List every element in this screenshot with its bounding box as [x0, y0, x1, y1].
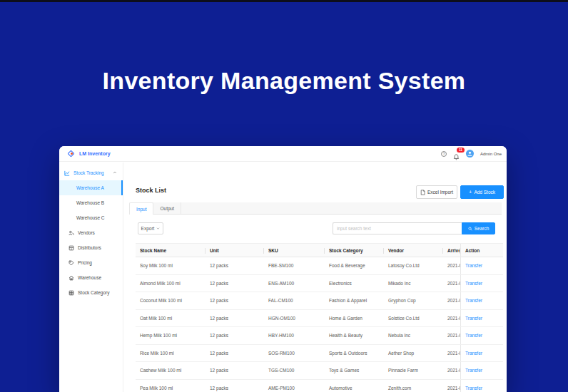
cell-arrived: 2021-0 [443, 345, 460, 362]
cell-action: Transfer [460, 345, 503, 362]
user-avatar[interactable] [466, 150, 474, 158]
cell-vendor: Pinnacle Farm [384, 362, 443, 379]
cell-arrived: 2021-0 [443, 275, 460, 292]
sidebar-item-pricing[interactable]: Pricing [59, 255, 123, 270]
cell-stock-name: Pea Milk 100 ml [136, 380, 206, 392]
table-row: Rice Milk 100 ml 12 packs SOS-RM100 Spor… [136, 345, 503, 363]
cell-arrived: 2021-0 [443, 380, 460, 392]
cell-stock-category: Health & Beauty [325, 327, 384, 344]
excel-import-button[interactable]: Excel Import [416, 185, 457, 199]
cell-sku: FBE-SM100 [264, 257, 325, 274]
cell-stock-name: Rice Milk 100 ml [136, 345, 206, 362]
cell-unit: 12 packs [206, 275, 264, 292]
chevron-up-icon [113, 170, 117, 175]
cell-stock-name: Oat Milk 100 ml [136, 310, 206, 327]
transfer-link[interactable]: Transfer [465, 298, 482, 303]
stock-table-body: Soy Milk 100 ml 12 packs FBE-SM100 Food … [136, 257, 503, 392]
cell-unit: 12 packs [206, 327, 264, 344]
transfer-link[interactable]: Transfer [465, 368, 482, 373]
top-edge-strip [0, 0, 568, 2]
cell-stock-name: Soy Milk 100 ml [136, 257, 206, 274]
notification-badge: 11 [457, 148, 465, 153]
cell-vendor: Zenith.com [384, 380, 443, 392]
sidebar-item-warehouse-c[interactable]: Warehouse C [59, 210, 123, 225]
brand-name: LM Inventory [79, 151, 111, 156]
cell-sku: AME-PM100 [264, 380, 325, 392]
app-header-bar: LM Inventory ? 11 Admin One [59, 146, 507, 162]
search-input[interactable] [333, 222, 462, 234]
cell-unit: 12 packs [206, 345, 264, 362]
sidebar-item-warehouse[interactable]: Warehouse [59, 270, 123, 285]
table-row: Soy Milk 100 ml 12 packs FBE-SM100 Food … [136, 257, 503, 275]
col-sku: SKU [264, 244, 325, 257]
transfer-link[interactable]: Transfer [465, 386, 482, 391]
cell-unit: 12 packs [206, 257, 264, 274]
tab-input[interactable]: Input [129, 202, 153, 215]
transfer-link[interactable]: Transfer [465, 333, 482, 338]
help-icon[interactable]: ? [441, 151, 447, 157]
cell-vendor: Mikado Inc [384, 275, 443, 292]
transfer-link[interactable]: Transfer [465, 351, 482, 356]
team-icon [69, 230, 74, 236]
sidebar-item-vendors[interactable]: Vendors [59, 225, 123, 240]
col-stock-name: Stock Name [136, 244, 206, 257]
cell-arrived: 2021-0 [443, 327, 460, 344]
cell-unit: 12 packs [206, 380, 264, 392]
cell-stock-category: Toys & Games [325, 362, 384, 379]
page-title: Inventory Management System [0, 67, 568, 95]
col-vendor: Vendor [384, 244, 443, 257]
transfer-link[interactable]: Transfer [465, 263, 482, 268]
cell-arrived: 2021-0 [443, 362, 460, 379]
search-button[interactable]: Search [462, 222, 495, 234]
file-icon [420, 190, 425, 195]
cell-unit: 12 packs [206, 362, 264, 379]
sidebar-item-distributors[interactable]: Distributors [59, 240, 123, 255]
sidebar-item-warehouse-b[interactable]: Warehouse B [59, 195, 123, 210]
cell-stock-name: Almond Milk 100 ml [136, 275, 206, 292]
table-row: Pea Milk 100 ml 12 packs AME-PM100 Autom… [136, 380, 503, 392]
col-unit: Unit [206, 244, 264, 257]
grid-icon [69, 290, 74, 296]
sidebar: Stock Tracking Warehouse A Warehouse B W… [59, 163, 123, 392]
database-icon [69, 245, 74, 251]
sidebar-item-stock-category[interactable]: Stock Category [59, 285, 123, 300]
table-row: Almond Milk 100 ml 12 packs ENS-AM100 El… [136, 275, 503, 293]
table-row: Coconut Milk 100 ml 12 packs FAL-CM100 F… [136, 292, 503, 310]
cell-stock-name: Coconut Milk 100 ml [136, 292, 206, 309]
table-row: Oat Milk 100 ml 12 packs HGN-OM100 Home … [136, 310, 503, 328]
table-row: Hemp Milk 100 ml 12 packs HBY-HM100 Heal… [136, 327, 503, 345]
cell-vendor: Latosoy Co.Ltd [384, 257, 443, 274]
cell-vendor: Nebula Inc [384, 327, 443, 344]
col-arrived: Arrived [443, 244, 460, 257]
cell-action: Transfer [460, 275, 503, 292]
export-button[interactable]: Export [138, 222, 163, 234]
cell-stock-category: Food & Beverage [325, 257, 384, 274]
chevron-down-icon [156, 227, 160, 230]
cell-arrived: 2021-0 [443, 257, 460, 274]
sidebar-item-stock-tracking[interactable]: Stock Tracking [59, 165, 123, 180]
cell-sku: HGN-OM100 [264, 310, 325, 327]
tab-bar: Input Output [129, 202, 502, 215]
cell-vendor: Solstice Co.Ltd [384, 310, 443, 327]
cell-stock-name: Cashew Milk 100 ml [136, 362, 206, 379]
table-row: Cashew Milk 100 ml 12 packs TGS-CM100 To… [136, 362, 503, 380]
tab-output[interactable]: Output [153, 202, 181, 214]
table-header-row: Stock Name Unit SKU Stock Category Vendo… [136, 244, 503, 257]
line-chart-icon [64, 170, 70, 176]
notifications-button[interactable]: 11 [453, 150, 460, 157]
transfer-link[interactable]: Transfer [465, 281, 482, 286]
col-action: Action [460, 244, 503, 257]
cell-action: Transfer [460, 257, 503, 274]
add-stock-button[interactable]: + Add Stock [460, 185, 504, 199]
cell-action: Transfer [460, 380, 503, 392]
cell-stock-category: Fashion & Apparel [325, 292, 384, 309]
user-name[interactable]: Admin One [480, 152, 502, 156]
cell-vendor: Gryphon Cop [384, 292, 443, 309]
cell-sku: TGS-CM100 [264, 362, 325, 379]
tag-icon [69, 260, 74, 266]
search-icon [468, 227, 472, 231]
cell-sku: FAL-CM100 [264, 292, 325, 309]
app-window: LM Inventory ? 11 Admin One [59, 146, 507, 392]
sidebar-item-warehouse-a[interactable]: Warehouse A [59, 180, 123, 195]
transfer-link[interactable]: Transfer [465, 316, 482, 321]
